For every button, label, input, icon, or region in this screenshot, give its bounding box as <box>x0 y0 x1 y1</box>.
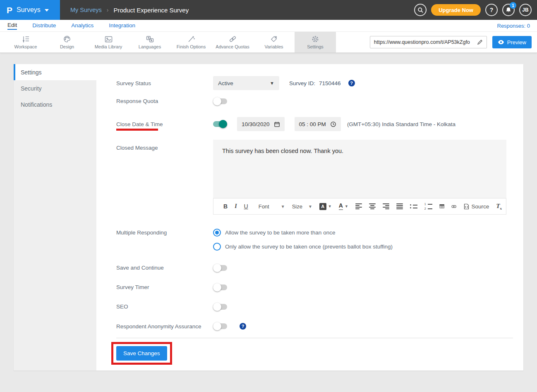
app-logo-surveys-menu[interactable]: P Surveys <box>0 0 60 20</box>
survey-nav: Edit Distribute Analytics Integration Re… <box>0 20 537 32</box>
bold-button[interactable]: B <box>223 203 228 210</box>
ribbon-item-languages[interactable]: Languages <box>129 32 170 53</box>
chevron-down-icon: ▼ <box>270 81 274 86</box>
ribbon-item-design[interactable]: Design <box>46 32 88 53</box>
ribbon-item-media-library[interactable]: Media Library <box>88 32 129 53</box>
source-label: Source <box>472 203 489 210</box>
radio-option-multiple[interactable]: Allow the survey to be taken more than o… <box>213 229 393 237</box>
ribbon-label: Workspace <box>14 44 37 49</box>
survey-url-text: https://www.questionpro.com/t/AP53kZgfo <box>374 39 477 45</box>
sidebar-item-notifications[interactable]: Notifications <box>14 96 96 112</box>
italic-button[interactable]: I <box>235 203 237 210</box>
edit-pencil-icon[interactable] <box>477 39 483 45</box>
ribbon-label: Design <box>60 44 74 49</box>
tab-integration[interactable]: Integration <box>109 22 135 29</box>
toggle-knob <box>219 120 227 128</box>
question-mark-icon: ? <box>490 7 494 13</box>
tab-distribute[interactable]: Distribute <box>32 22 56 29</box>
close-date-field[interactable]: 10/30/2020 <box>237 117 285 131</box>
ribbon-item-advance-quotas[interactable]: Advance Quotas <box>212 32 253 53</box>
survey-timer-toggle[interactable] <box>213 284 227 290</box>
upgrade-now-button[interactable]: Upgrade Now <box>431 4 481 16</box>
underline-button[interactable]: U <box>244 203 248 210</box>
radio-option-label[interactable]: Allow the survey to be taken more than o… <box>225 229 335 236</box>
text-color-button[interactable]: A ▼ <box>339 203 348 210</box>
radio-option-once[interactable]: Only allow the survey to be taken once (… <box>213 243 393 251</box>
ribbon-item-variables[interactable]: Variables <box>253 32 295 53</box>
align-justify-button[interactable] <box>396 203 403 209</box>
remove-format-button[interactable]: Tx <box>496 203 502 210</box>
toggle-knob <box>213 283 221 292</box>
multiple-responding-label: Multiple Responding <box>116 229 213 236</box>
search-button[interactable] <box>414 4 427 16</box>
ribbon-label: Languages <box>139 44 161 49</box>
timezone-text: (GMT+05:30) India Standard Time - Kolkat… <box>347 121 455 127</box>
radio-option-label[interactable]: Only allow the survey to be taken once (… <box>225 244 393 250</box>
survey-link-group: https://www.questionpro.com/t/AP53kZgfo … <box>370 32 537 53</box>
bulleted-list-button[interactable] <box>410 204 417 208</box>
response-quota-toggle[interactable] <box>213 98 227 104</box>
save-changes-button[interactable]: Save Changes <box>116 346 167 361</box>
tab-analytics[interactable]: Analytics <box>71 22 93 29</box>
chevron-down-icon: ▼ <box>308 204 312 209</box>
ribbon-item-workspace[interactable]: Workspace <box>5 32 46 53</box>
close-date-time-label: Close Date & Time <box>116 121 213 127</box>
calendar-icon <box>274 121 280 127</box>
source-button[interactable]: Source <box>464 203 489 210</box>
font-dropdown[interactable]: Font ▼ <box>259 203 285 210</box>
survey-id-label: Survey ID: <box>289 80 315 86</box>
multiple-responding-row: Multiple Responding Allow the survey to … <box>116 229 513 251</box>
settings-sidebar: Settings Security Notifications <box>14 64 96 370</box>
insert-link-button[interactable] <box>451 204 456 209</box>
ribbon-label: Variables <box>264 44 283 49</box>
annotation-red-underline <box>116 129 158 131</box>
align-center-button[interactable] <box>369 203 376 209</box>
sidebar-item-settings[interactable]: Settings <box>14 64 96 80</box>
remove-format-x: x <box>500 206 502 210</box>
numbered-list-button[interactable]: 1 2 <box>424 203 432 210</box>
breadcrumb-my-surveys[interactable]: My Surveys <box>70 7 102 13</box>
radio-unselected-icon[interactable] <box>213 243 221 251</box>
survey-status-select[interactable]: Active ▼ <box>213 76 279 90</box>
sidebar-item-security[interactable]: Security <box>14 80 96 96</box>
respondent-anonymity-toggle[interactable] <box>213 323 227 329</box>
seo-label: SEO <box>116 304 213 310</box>
save-and-continue-toggle[interactable] <box>213 265 227 271</box>
preview-button[interactable]: Preview <box>492 36 532 48</box>
survey-id-help-icon[interactable]: ? <box>348 80 355 86</box>
radio-selected-icon[interactable] <box>213 229 221 237</box>
finish-options-icon <box>187 35 195 43</box>
tab-edit[interactable]: Edit <box>7 22 17 30</box>
background-color-button[interactable]: A ▼ <box>319 203 332 210</box>
editor-toolbar: B I U Font ▼ Size ▼ A ▼ <box>213 198 506 215</box>
preview-label: Preview <box>507 39 526 45</box>
survey-status-label: Survey Status <box>116 80 213 86</box>
save-and-continue-row: Save and Continue <box>116 265 513 271</box>
remove-format-t: T <box>496 203 500 209</box>
close-time-field[interactable]: 05 : 00 PM <box>295 117 341 131</box>
seo-toggle[interactable] <box>213 304 227 310</box>
close-date-time-row: Close Date & Time 10/30/2020 05 : 00 PM … <box>116 117 513 131</box>
close-date-time-toggle[interactable] <box>213 121 227 127</box>
align-right-button[interactable] <box>383 203 389 209</box>
align-left-button[interactable] <box>355 203 362 209</box>
insert-table-button[interactable] <box>439 203 444 210</box>
size-dropdown[interactable]: Size ▼ <box>292 203 312 210</box>
top-bar: P Surveys My Surveys › Product Experienc… <box>0 0 537 20</box>
ribbon-item-settings[interactable]: Settings <box>295 32 336 53</box>
respondent-anonymity-help-icon[interactable]: ? <box>240 323 246 330</box>
notifications-button[interactable]: 1 <box>502 4 515 16</box>
toggle-knob <box>213 322 221 330</box>
closed-message-textarea[interactable]: This survey has been closed now. Thank y… <box>213 140 506 198</box>
topbar-actions: Upgrade Now ? 1 JB <box>414 4 537 16</box>
sidebar-item-label: Settings <box>21 69 42 76</box>
ribbon-item-finish-options[interactable]: Finish Options <box>170 32 212 53</box>
help-button[interactable]: ? <box>485 4 498 16</box>
survey-id-value: 7150446 <box>319 80 341 86</box>
chevron-down-icon: ▼ <box>281 204 285 209</box>
user-avatar[interactable]: JB <box>519 4 532 16</box>
toggle-knob <box>213 303 221 311</box>
survey-url-field[interactable]: https://www.questionpro.com/t/AP53kZgfo <box>370 36 487 48</box>
chevron-down-icon: ▼ <box>345 204 348 208</box>
settings-gear-icon <box>311 35 319 43</box>
